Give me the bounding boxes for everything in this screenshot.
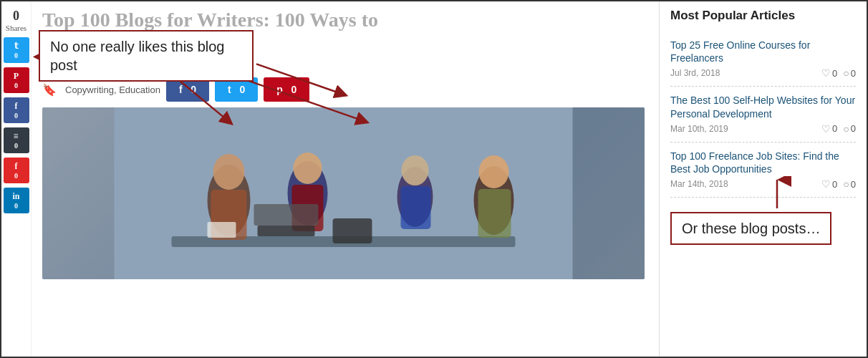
article-tags[interactable]: Copywriting, Education [65,84,160,95]
svg-rect-21 [208,222,236,238]
svg-point-16 [402,155,429,185]
annotation-arrow-2 [741,176,813,212]
comments-stat-3: ○ 0 [843,178,856,190]
annotation-area-2: Or these blog posts… [670,212,856,245]
linkedin-icon: in [12,191,19,202]
likes-stat-3: ♡ 0 [821,178,837,190]
right-sidebar: Most Popular Articles Top 25 Free Online… [659,1,867,357]
svg-point-7 [213,154,245,190]
comments-count-3: 0 [851,179,856,190]
linkedin-share-button[interactable]: in 0 [4,188,29,213]
svg-rect-12 [258,226,315,236]
comments-count-1: 0 [851,68,856,79]
twitter-icon: 𝕥 [14,41,19,52]
buffer-count: 0 [14,142,18,150]
shares-label: Shares [6,24,26,32]
social-sidebar: 0 Shares 𝕥 0 P 0 f 0 ≡ 0 f 0 in 0 [1,1,32,357]
twitter-button-label: t 0 [228,84,245,95]
likes-count-1: 0 [832,68,837,79]
heart-icon-2: ♡ [821,123,831,135]
comments-stat-2: ○ 0 [843,123,856,135]
pinterest-share-button[interactable]: P 0 [4,67,29,93]
sidebar-article-stats-1: ♡ 0 ○ 0 [821,67,856,79]
sidebar-article-stats-3: ♡ 0 ○ 0 [821,178,856,190]
hero-image-svg [42,107,645,279]
sidebar-article-title-2[interactable]: The Best 100 Self-Help Websites for Your… [670,94,856,120]
main-content: No one really likes this blog post [32,1,867,357]
comments-count-2: 0 [851,123,856,134]
sidebar-article-date-2: Mar 10th, 2019 [670,124,728,134]
heart-icon-1: ♡ [821,67,831,79]
svg-rect-17 [401,186,431,229]
pinterest-button-label: p 0 [276,84,296,95]
sidebar-article-title-3[interactable]: Top 100 Freelance Job Sites: Find the Be… [670,150,856,175]
sidebar-article-date-3: Mar 14th, 2018 [670,179,728,189]
pinterest-button[interactable]: p 0 [264,77,309,102]
sidebar-title: Most Popular Articles [670,9,856,23]
comments-stat-1: ○ 0 [843,67,856,79]
flipboard-share-button[interactable]: f 0 [4,158,29,183]
article-section: No one really likes this blog post [32,1,659,357]
facebook-button-label: f 0 [179,84,196,95]
facebook-icon: f [15,101,18,112]
svg-rect-20 [478,189,511,238]
pinterest-icon: P [14,71,19,82]
sidebar-article-title-1[interactable]: Top 25 Free Online Courses for Freelance… [670,39,856,64]
annotation-box-2: Or these blog posts… [670,212,831,245]
buffer-share-button[interactable]: ≡ 0 [4,127,29,153]
sidebar-article-meta-2: Mar 10th, 2019 ♡ 0 ○ 0 [670,123,856,135]
comment-icon-3: ○ [843,178,849,190]
flipboard-count: 0 [14,172,18,180]
sidebar-article-date-1: Jul 3rd, 2018 [670,68,720,78]
sidebar-article-meta-1: Jul 3rd, 2018 ♡ 0 ○ 0 [670,67,856,79]
pinterest-count: 0 [14,82,18,90]
svg-rect-13 [254,204,319,226]
facebook-count: 0 [14,112,18,120]
likes-stat-1: ♡ 0 [821,67,837,79]
bookmark-icon: 🔖 [42,83,57,97]
buffer-icon: ≡ [14,131,19,142]
shares-count: 0 [13,9,19,24]
likes-count-3: 0 [832,179,837,190]
annotation-box-1: No one really likes this blog post [39,30,254,82]
likes-stat-2: ♡ 0 [821,123,837,135]
heart-icon-3: ♡ [821,178,831,190]
flipboard-icon: f [15,161,18,172]
likes-count-2: 0 [832,123,837,134]
sidebar-article-stats-2: ♡ 0 ○ 0 [821,123,856,135]
annotation-text-1: No one really likes this blog post [50,39,224,73]
twitter-share-button[interactable]: 𝕥 0 [4,37,29,63]
svg-rect-14 [333,218,372,243]
hero-image [42,107,645,279]
sidebar-article-2: The Best 100 Self-Help Websites for Your… [670,87,856,142]
sidebar-article-1: Top 25 Free Online Courses for Freelance… [670,32,856,87]
linkedin-count: 0 [14,202,18,210]
svg-point-19 [479,155,509,188]
twitter-count: 0 [14,52,18,59]
svg-point-10 [294,153,322,184]
comment-icon-1: ○ [843,67,849,79]
facebook-share-button[interactable]: f 0 [4,97,29,123]
annotation-text-2: Or these blog posts… [682,221,820,236]
comment-icon-2: ○ [843,123,849,135]
